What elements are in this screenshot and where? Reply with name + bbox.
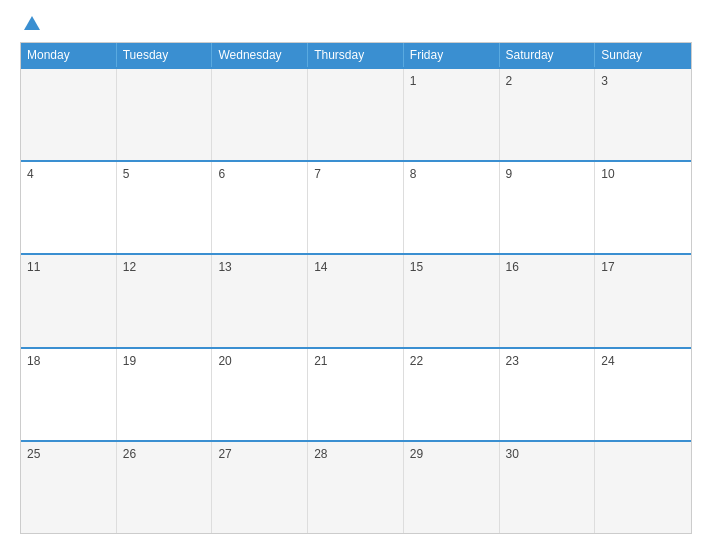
logo <box>20 16 40 32</box>
day-cell: 16 <box>500 255 596 346</box>
day-number: 28 <box>314 447 327 461</box>
day-cell: 22 <box>404 349 500 440</box>
day-number: 4 <box>27 167 34 181</box>
calendar-page: MondayTuesdayWednesdayThursdayFridaySatu… <box>0 0 712 550</box>
day-header-wednesday: Wednesday <box>212 43 308 67</box>
day-cell: 6 <box>212 162 308 253</box>
day-headers-row: MondayTuesdayWednesdayThursdayFridaySatu… <box>21 43 691 67</box>
day-cell: 18 <box>21 349 117 440</box>
day-cell <box>117 69 213 160</box>
day-cell: 24 <box>595 349 691 440</box>
day-cell: 5 <box>117 162 213 253</box>
week-row-2: 45678910 <box>21 160 691 253</box>
week-row-3: 11121314151617 <box>21 253 691 346</box>
day-cell: 8 <box>404 162 500 253</box>
day-number: 15 <box>410 260 423 274</box>
day-cell: 28 <box>308 442 404 533</box>
day-number: 12 <box>123 260 136 274</box>
day-cell <box>308 69 404 160</box>
day-number: 10 <box>601 167 614 181</box>
day-number: 11 <box>27 260 40 274</box>
day-header-tuesday: Tuesday <box>117 43 213 67</box>
day-cell <box>212 69 308 160</box>
day-number: 21 <box>314 354 327 368</box>
week-row-4: 18192021222324 <box>21 347 691 440</box>
day-cell: 17 <box>595 255 691 346</box>
day-cell: 15 <box>404 255 500 346</box>
day-number: 24 <box>601 354 614 368</box>
day-cell: 1 <box>404 69 500 160</box>
day-cell <box>21 69 117 160</box>
day-cell: 13 <box>212 255 308 346</box>
day-cell <box>595 442 691 533</box>
day-cell: 26 <box>117 442 213 533</box>
day-cell: 14 <box>308 255 404 346</box>
day-cell: 3 <box>595 69 691 160</box>
day-number: 26 <box>123 447 136 461</box>
day-cell: 27 <box>212 442 308 533</box>
day-header-thursday: Thursday <box>308 43 404 67</box>
day-number: 27 <box>218 447 231 461</box>
day-number: 16 <box>506 260 519 274</box>
day-header-saturday: Saturday <box>500 43 596 67</box>
day-number: 13 <box>218 260 231 274</box>
day-number: 18 <box>27 354 40 368</box>
week-row-1: 123 <box>21 67 691 160</box>
day-number: 22 <box>410 354 423 368</box>
day-cell: 12 <box>117 255 213 346</box>
day-number: 8 <box>410 167 417 181</box>
day-number: 5 <box>123 167 130 181</box>
day-number: 17 <box>601 260 614 274</box>
day-number: 9 <box>506 167 513 181</box>
day-cell: 11 <box>21 255 117 346</box>
day-number: 6 <box>218 167 225 181</box>
week-row-5: 252627282930 <box>21 440 691 533</box>
day-cell: 9 <box>500 162 596 253</box>
day-cell: 23 <box>500 349 596 440</box>
day-cell: 20 <box>212 349 308 440</box>
logo-triangle-icon <box>24 16 40 30</box>
calendar-grid: MondayTuesdayWednesdayThursdayFridaySatu… <box>20 42 692 534</box>
day-number: 30 <box>506 447 519 461</box>
day-number: 23 <box>506 354 519 368</box>
day-cell: 29 <box>404 442 500 533</box>
day-number: 7 <box>314 167 321 181</box>
day-number: 14 <box>314 260 327 274</box>
day-number: 1 <box>410 74 417 88</box>
day-cell: 30 <box>500 442 596 533</box>
day-header-sunday: Sunday <box>595 43 691 67</box>
day-number: 19 <box>123 354 136 368</box>
day-number: 20 <box>218 354 231 368</box>
day-header-monday: Monday <box>21 43 117 67</box>
day-cell: 10 <box>595 162 691 253</box>
day-cell: 2 <box>500 69 596 160</box>
day-cell: 25 <box>21 442 117 533</box>
day-number: 2 <box>506 74 513 88</box>
day-header-friday: Friday <box>404 43 500 67</box>
day-number: 25 <box>27 447 40 461</box>
day-cell: 4 <box>21 162 117 253</box>
day-number: 3 <box>601 74 608 88</box>
calendar-header <box>20 16 692 32</box>
day-number: 29 <box>410 447 423 461</box>
day-cell: 21 <box>308 349 404 440</box>
day-cell: 7 <box>308 162 404 253</box>
weeks-container: 1234567891011121314151617181920212223242… <box>21 67 691 533</box>
day-cell: 19 <box>117 349 213 440</box>
